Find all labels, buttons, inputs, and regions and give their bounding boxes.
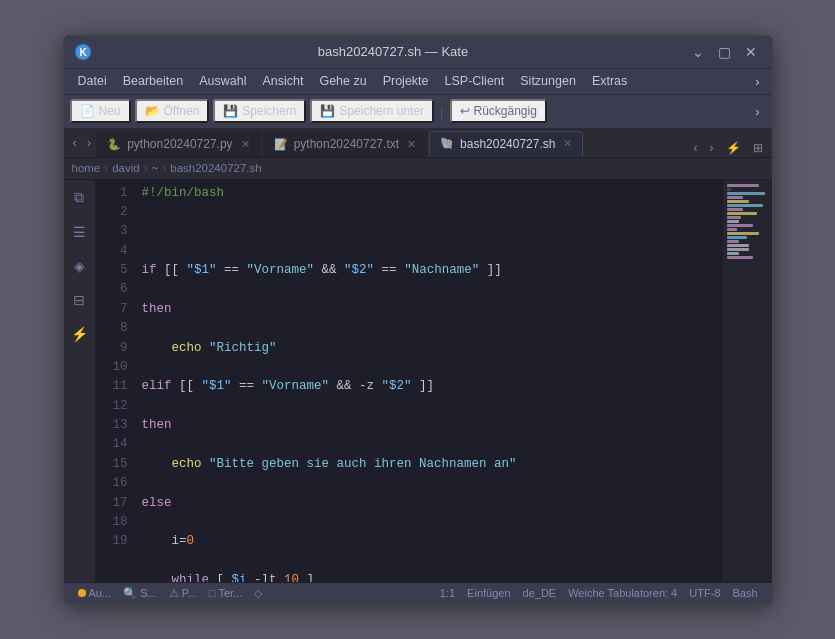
tab-py-close[interactable]: ✕ bbox=[241, 138, 250, 151]
status-position[interactable]: 1:1 bbox=[434, 587, 461, 599]
status-indent-label: Weiche Tabulatoren: 4 bbox=[568, 587, 677, 599]
menu-gehe-zu[interactable]: Gehe zu bbox=[311, 72, 374, 90]
toolbar: 📄 Neu 📂 Öffnen 💾 Speichern 💾 Speichern u… bbox=[64, 94, 772, 128]
tab-extra-buttons: ‹ › ⚡ ⊞ bbox=[689, 139, 768, 157]
breadcrumb-sep2: › bbox=[144, 162, 148, 174]
status-search[interactable]: 🔍 S... bbox=[117, 587, 163, 600]
tab-python-py[interactable]: 🐍 python20240727.py ✕ bbox=[96, 131, 260, 157]
window-title: bash20240727.sh — Kate bbox=[100, 44, 687, 59]
status-position-label: 1:1 bbox=[440, 587, 455, 599]
code-editor[interactable]: #!/bin/bash if [[ "$1" == "Vorname" && "… bbox=[134, 180, 722, 582]
menu-datei[interactable]: Datei bbox=[70, 72, 115, 90]
tab-py-icon: 🐍 bbox=[107, 138, 121, 151]
side-panel: ⧉ ☰ ◈ ⊟ ⚡ bbox=[64, 180, 96, 582]
breadcrumb-sep1: › bbox=[104, 162, 108, 174]
tab-sh-close[interactable]: ✕ bbox=[563, 137, 572, 150]
menu-ansicht[interactable]: Ansicht bbox=[254, 72, 311, 90]
menu-bearbeiten[interactable]: Bearbeiten bbox=[115, 72, 191, 90]
save-button[interactable]: 💾 Speichern bbox=[213, 99, 306, 123]
tab-right-arrow[interactable]: › bbox=[705, 139, 719, 157]
app-icon: K bbox=[74, 43, 92, 61]
status-encoding[interactable]: UTF-8 bbox=[683, 587, 726, 599]
breadcrumb: home › david › ~ › bash20240727.sh bbox=[64, 158, 772, 180]
code-container[interactable]: 1 2 3 4 5 6 7 8 9 10 11 12 13 14 15 16 1 bbox=[96, 180, 772, 582]
status-dot-icon bbox=[78, 589, 86, 597]
status-mode-label: Einfügen bbox=[467, 587, 510, 599]
breadcrumb-file[interactable]: bash20240727.sh bbox=[170, 162, 261, 174]
window-controls: ⌄ ▢ ✕ bbox=[687, 42, 762, 62]
menubar-more-button[interactable]: › bbox=[749, 72, 765, 91]
tab-python-txt[interactable]: 📝 python20240727.txt ✕ bbox=[263, 131, 427, 157]
tab-next-button[interactable]: › bbox=[82, 133, 96, 152]
menu-auswahl[interactable]: Auswahl bbox=[191, 72, 254, 90]
status-messages-label: Au... bbox=[89, 587, 112, 599]
maximize-button[interactable]: ▢ bbox=[713, 42, 736, 62]
toolbar-separator: | bbox=[440, 104, 443, 119]
tab-txt-label: python20240727.txt bbox=[294, 137, 399, 151]
menubar: Datei Bearbeiten Auswahl Ansicht Gehe zu… bbox=[64, 68, 772, 94]
main-area: ⧉ ☰ ◈ ⊟ ⚡ 1 2 3 4 5 6 7 8 9 10 bbox=[64, 180, 772, 582]
list-icon[interactable]: ☰ bbox=[67, 220, 91, 244]
editor-area: 1 2 3 4 5 6 7 8 9 10 11 12 13 14 15 16 1 bbox=[96, 180, 772, 582]
copy-icon[interactable]: ⧉ bbox=[67, 186, 91, 210]
save-as-button[interactable]: 💾 Speichern unter bbox=[310, 99, 434, 123]
symbols-icon: ◇ bbox=[254, 587, 262, 600]
new-button[interactable]: 📄 Neu bbox=[70, 99, 131, 123]
breadcrumb-home[interactable]: home bbox=[72, 162, 101, 174]
breadcrumb-david[interactable]: david bbox=[112, 162, 140, 174]
status-terminal-label: Ter... bbox=[218, 587, 242, 599]
tab-txt-close[interactable]: ✕ bbox=[407, 138, 416, 151]
close-button[interactable]: ✕ bbox=[740, 42, 762, 62]
status-encoding-label: UTF-8 bbox=[689, 587, 720, 599]
save-icon: 💾 bbox=[223, 104, 238, 118]
undo-button[interactable]: ↩ Rückgängig bbox=[450, 99, 547, 123]
search-icon: 🔍 bbox=[123, 587, 137, 600]
menu-lsp-client[interactable]: LSP-Client bbox=[437, 72, 513, 90]
tab-lightning[interactable]: ⚡ bbox=[721, 139, 746, 157]
problems-icon: ⚠ bbox=[169, 587, 179, 600]
line-numbers: 1 2 3 4 5 6 7 8 9 10 11 12 13 14 15 16 1 bbox=[96, 180, 134, 582]
status-language-server[interactable]: de_DE bbox=[517, 587, 563, 599]
minimize-button[interactable]: ⌄ bbox=[687, 42, 709, 62]
titlebar: K bash20240727.sh — Kate ⌄ ▢ ✕ bbox=[64, 36, 772, 68]
status-indent[interactable]: Weiche Tabulatoren: 4 bbox=[562, 587, 683, 599]
status-messages[interactable]: Au... bbox=[72, 587, 118, 599]
status-terminal[interactable]: □ Ter... bbox=[203, 587, 249, 599]
terminal-icon: □ bbox=[209, 587, 216, 599]
status-ls-label: de_DE bbox=[523, 587, 557, 599]
menu-sitzungen[interactable]: Sitzungen bbox=[512, 72, 584, 90]
main-window: K bash20240727.sh — Kate ⌄ ▢ ✕ Datei Bea… bbox=[63, 35, 773, 605]
toolbar-more-button[interactable]: › bbox=[749, 101, 765, 122]
git-icon[interactable]: ◈ bbox=[67, 254, 91, 278]
folder-icon[interactable]: ⊟ bbox=[67, 288, 91, 312]
menu-extras[interactable]: Extras bbox=[584, 72, 635, 90]
status-search-label: S... bbox=[140, 587, 157, 599]
tab-prev-button[interactable]: ‹ bbox=[68, 133, 82, 152]
open-icon: 📂 bbox=[145, 104, 160, 118]
tab-bash-sh[interactable]: 🐚 bash20240727.sh ✕ bbox=[429, 131, 583, 157]
save-as-icon: 💾 bbox=[320, 104, 335, 118]
minimap[interactable] bbox=[722, 180, 772, 582]
tab-sh-label: bash20240727.sh bbox=[460, 137, 555, 151]
menu-projekte[interactable]: Projekte bbox=[375, 72, 437, 90]
breadcrumb-sep3: › bbox=[162, 162, 166, 174]
open-button[interactable]: 📂 Öffnen bbox=[135, 99, 210, 123]
tab-left-arrow[interactable]: ‹ bbox=[689, 139, 703, 157]
undo-icon: ↩ bbox=[460, 104, 470, 118]
tab-txt-icon: 📝 bbox=[274, 138, 288, 151]
breadcrumb-tilde: ~ bbox=[151, 161, 158, 175]
status-symbols[interactable]: ◇ bbox=[248, 587, 268, 600]
tabs-bar: ‹ › 🐍 python20240727.py ✕ 📝 python202407… bbox=[64, 128, 772, 158]
status-syntax-label: Bash bbox=[732, 587, 757, 599]
status-mode[interactable]: Einfügen bbox=[461, 587, 516, 599]
status-problems-label: P... bbox=[182, 587, 197, 599]
tab-split[interactable]: ⊞ bbox=[748, 139, 768, 157]
svg-text:K: K bbox=[79, 47, 87, 58]
tab-py-label: python20240727.py bbox=[127, 137, 232, 151]
tab-sh-icon: 🐚 bbox=[440, 137, 454, 150]
new-icon: 📄 bbox=[80, 104, 95, 118]
status-problems[interactable]: ⚠ P... bbox=[163, 587, 203, 600]
lightning-side-icon[interactable]: ⚡ bbox=[67, 322, 91, 346]
statusbar: Au... 🔍 S... ⚠ P... □ Ter... ◇ 1:1 Einfü… bbox=[64, 582, 772, 604]
status-syntax[interactable]: Bash bbox=[726, 587, 763, 599]
